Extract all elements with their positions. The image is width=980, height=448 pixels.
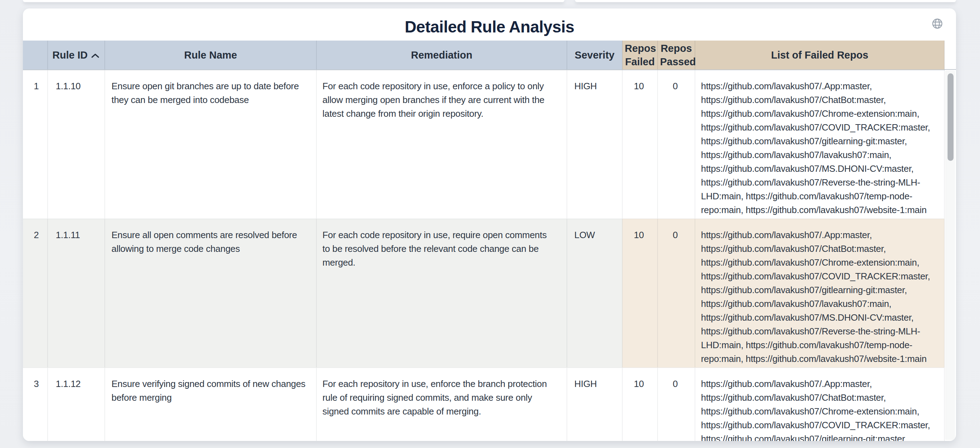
header-repos-failed-label: Repos Failed — [625, 43, 656, 67]
header-repos-passed-label: Repos Passed — [660, 43, 696, 67]
repos-passed-cell: 0 — [657, 368, 695, 441]
header-divider-line — [944, 69, 956, 70]
rule-name-cell: Ensure open git branches are up to date … — [105, 70, 317, 219]
repos-failed-cell: 10 — [622, 70, 657, 219]
header-rule-id-label: Rule ID — [52, 49, 88, 61]
failed-repos-list-cell: https://github.com/lavakush07/.App:maste… — [695, 70, 944, 219]
header-severity[interactable]: Severity — [567, 41, 622, 70]
rule-id-cell: 1.1.10 — [48, 70, 105, 219]
header-repos-failed[interactable]: Repos Failed — [622, 41, 657, 70]
page-title: Detailed Rule Analysis — [23, 17, 956, 36]
vertical-scrollbar-thumb[interactable] — [948, 73, 953, 161]
row-number: 3 — [23, 368, 48, 441]
severity-cell: LOW — [567, 219, 622, 368]
top-card-right-edge — [575, 0, 956, 2]
remediation-cell: For each code repository in use, require… — [317, 219, 567, 368]
remediation-cell: For each code repository in use, enforce… — [317, 70, 567, 219]
header-row: Rule ID Rule Name Remediation Severity R… — [23, 41, 944, 70]
header-failed-repos-list[interactable]: List of Failed Repos — [695, 41, 944, 70]
header-rule-name-label: Rule Name — [184, 49, 237, 61]
repos-failed-cell: 10 — [622, 219, 657, 368]
header-rule-id[interactable]: Rule ID — [48, 41, 105, 70]
failed-repos-list-cell: https://github.com/lavakush07/.App:maste… — [695, 368, 944, 441]
severity-cell: HIGH — [567, 368, 622, 441]
repos-passed-cell: 0 — [657, 70, 695, 219]
table-row: 1 1.1.10 Ensure open git branches are up… — [23, 70, 944, 219]
vertical-scrollbar-track[interactable] — [945, 71, 955, 440]
globe-icon[interactable] — [931, 17, 943, 30]
rule-analysis-card: Detailed Rule Analysis Rule ID — [23, 8, 956, 441]
top-card-left-edge — [23, 0, 565, 2]
row-number: 1 — [23, 70, 48, 219]
repos-passed-cell: 0 — [657, 219, 695, 368]
header-remediation[interactable]: Remediation — [317, 41, 567, 70]
sort-ascending-icon — [91, 49, 100, 62]
rule-name-cell: Ensure all open comments are resolved be… — [105, 219, 317, 368]
rule-name-cell: Ensure verifying signed commits of new c… — [105, 368, 317, 441]
rule-analysis-table-wrap: Rule ID Rule Name Remediation Severity R… — [23, 41, 944, 441]
failed-repos-list-cell: https://github.com/lavakush07/.App:maste… — [695, 219, 944, 368]
rule-id-cell: 1.1.11 — [48, 219, 105, 368]
page: Detailed Rule Analysis Rule ID — [0, 0, 980, 448]
repos-failed-cell: 10 — [622, 368, 657, 441]
remediation-cell: For each repository in use, enforce the … — [317, 368, 567, 441]
table-row: 2 1.1.11 Ensure all open comments are re… — [23, 219, 944, 368]
rule-id-cell: 1.1.12 — [48, 368, 105, 441]
table-row: 3 1.1.12 Ensure verifying signed commits… — [23, 368, 944, 441]
header-repos-passed[interactable]: Repos Passed — [657, 41, 695, 70]
header-failed-repos-list-label: List of Failed Repos — [771, 49, 869, 61]
header-row-number — [23, 41, 48, 70]
header-rule-name[interactable]: Rule Name — [105, 41, 317, 70]
row-number: 2 — [23, 219, 48, 368]
rule-analysis-table: Rule ID Rule Name Remediation Severity R… — [23, 41, 945, 441]
header-severity-label: Severity — [575, 49, 614, 61]
header-remediation-label: Remediation — [411, 49, 473, 61]
severity-cell: HIGH — [567, 70, 622, 219]
